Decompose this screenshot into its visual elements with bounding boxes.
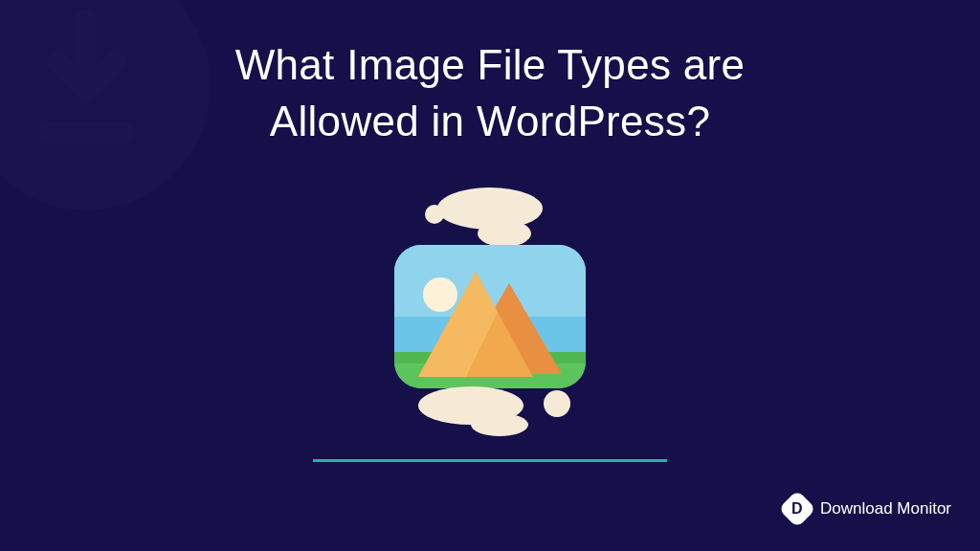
landscape-image-icon — [375, 187, 605, 436]
accent-underline — [313, 459, 667, 462]
svg-point-7 — [423, 277, 457, 312]
svg-point-3 — [425, 205, 444, 224]
download-monitor-badge: D Download Monitor — [784, 496, 951, 522]
badge-logo-icon: D — [778, 490, 816, 528]
badge-letter: D — [791, 500, 803, 518]
svg-point-2 — [478, 220, 531, 247]
svg-point-11 — [471, 413, 528, 436]
badge-label: Download Monitor — [820, 499, 951, 518]
page-title: What Image File Types are Allowed in Wor… — [0, 36, 980, 150]
title-line-1: What Image File Types are — [235, 41, 745, 88]
svg-point-12 — [544, 390, 570, 417]
title-line-2: Allowed in WordPress? — [270, 98, 710, 144]
